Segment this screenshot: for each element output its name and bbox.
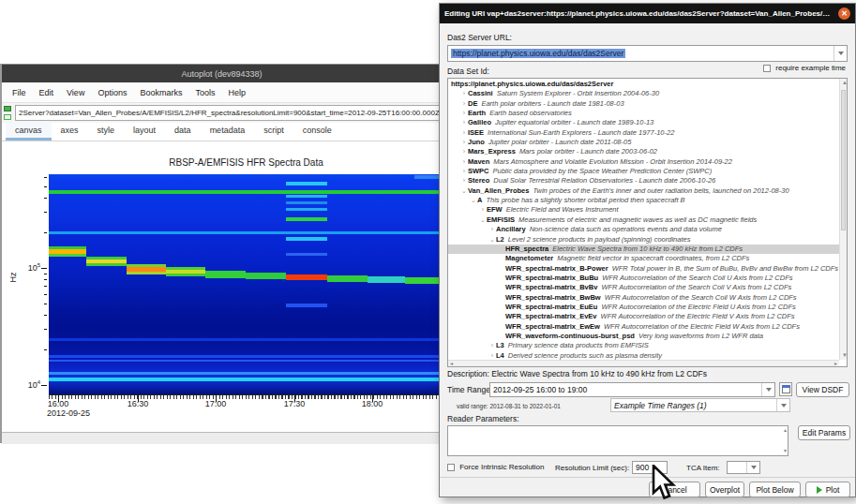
menu-tools[interactable]: Tools <box>188 88 221 97</box>
menu-file[interactable]: File <box>6 88 33 97</box>
chevron-down-icon[interactable] <box>833 46 847 61</box>
tree-row[interactable]: ›Mars_ExpressMars polar orbiter - Launch… <box>448 147 839 156</box>
collapsed-icon[interactable]: › <box>479 205 487 215</box>
tca-item-combo[interactable] <box>727 461 760 474</box>
menu-options[interactable]: Options <box>91 88 133 97</box>
collapsed-icon[interactable]: › <box>460 99 468 109</box>
tree-row[interactable]: ›MavenMars Atmosphere and Volatile Evolu… <box>448 157 839 167</box>
tree-row[interactable]: HFR_spectraElectric Wave Spectra from 10… <box>448 245 839 254</box>
tree-row[interactable]: ›CassiniSaturn System Explorer - Orbit I… <box>448 89 839 98</box>
tree-row[interactable]: ›AncillaryNon-science data such as opera… <box>448 225 839 234</box>
tree-row[interactable]: https://planet.physics.uiowa.edu/das/das… <box>448 80 839 89</box>
menu-help[interactable]: Help <box>221 88 252 97</box>
overplot-button[interactable]: Overplot <box>705 482 744 497</box>
spectrogram-plot[interactable] <box>49 174 442 394</box>
tab-metadata[interactable]: metadata <box>201 123 255 141</box>
tree-row[interactable]: WFR_spectral-matrix_BwBwWFR Autocorrelat… <box>448 293 839 303</box>
tree-row[interactable]: ⌄Van_Allen_ProbesTwin probes of the Eart… <box>448 186 839 196</box>
tree-row[interactable]: ›SWPCPublic data provided by the Space W… <box>448 167 839 176</box>
tab-layout[interactable]: layout <box>124 123 165 141</box>
collapsed-icon[interactable]: › <box>460 157 468 167</box>
plot-canvas[interactable]: RBSP-A/EMFISIS HFR Spectra Data Hz 105 1… <box>2 141 442 432</box>
tree-row[interactable]: ›JunoJupiter polar orbiter - Launch date… <box>448 138 839 147</box>
tab-style[interactable]: style <box>88 123 125 141</box>
tree-row[interactable]: ›EFWElectric Field and Waves Instrument <box>448 205 839 215</box>
collapsed-icon[interactable]: › <box>460 138 468 147</box>
tree-node-name: A <box>477 196 482 205</box>
force-intrinsic-resolution[interactable]: Force Intrinsic Resolution <box>447 463 545 471</box>
tree-node-name: EMFISIS <box>487 215 515 225</box>
collapsed-icon[interactable]: › <box>460 147 468 156</box>
edit-params-button[interactable]: Edit Params <box>798 425 850 440</box>
collapsed-icon[interactable]: › <box>460 89 468 98</box>
expanded-icon[interactable]: ⌄ <box>460 186 468 196</box>
menu-bookmarks[interactable]: Bookmarks <box>133 88 188 97</box>
collapsed-icon[interactable]: › <box>460 167 468 176</box>
tree-node-description: WFR Autocorrelation of the Search Coil V… <box>601 283 791 292</box>
tab-script[interactable]: script <box>254 123 293 141</box>
expanded-icon[interactable]: ⌄ <box>470 196 477 205</box>
tree-horizontal-scrollbar[interactable]: ◂ ▸ <box>448 360 839 366</box>
tree-node-description: Non-science data such as operations even… <box>530 225 722 234</box>
tree-row[interactable]: WFR_spectral-matrix_EuEuWFR Autocorrelat… <box>448 303 839 312</box>
force-intrinsic-checkbox[interactable] <box>447 464 455 471</box>
plot-button[interactable]: Plot <box>805 482 850 497</box>
collapsed-icon[interactable]: › <box>488 351 496 360</box>
collapsed-icon[interactable]: › <box>488 225 496 234</box>
chevron-down-icon[interactable] <box>776 399 789 411</box>
chevron-down-icon[interactable] <box>746 462 759 473</box>
expanded-icon[interactable]: ⌄ <box>488 235 496 245</box>
require-example-time[interactable]: require example time <box>763 64 846 72</box>
dialog-titlebar[interactable]: Editing URI vap+das2server:https://plane… <box>440 4 855 23</box>
tree-row[interactable]: ⌄EMFISISMeasurements of electric and mag… <box>448 215 839 225</box>
tree-row[interactable]: WFR_spectral-matrix_EvEvWFR Autocorrelat… <box>448 312 839 321</box>
dataset-tree[interactable]: https://planet.physics.uiowa.edu/das/das… <box>447 78 848 367</box>
tree-row[interactable]: WFR_spectral-matrix_BuBuWFR Autocorrelat… <box>448 274 839 283</box>
require-example-time-checkbox[interactable] <box>763 65 771 72</box>
collapsed-icon[interactable]: › <box>488 341 496 350</box>
tab-axes[interactable]: axes <box>52 123 88 141</box>
tree-row[interactable]: ›L3Primary science data products from EM… <box>448 341 839 350</box>
tab-data[interactable]: data <box>165 123 201 141</box>
collapsed-icon[interactable]: › <box>460 128 468 138</box>
autoplot-titlebar[interactable]: Autoplot (dev894338) <box>2 65 442 82</box>
chevron-down-icon[interactable] <box>761 383 774 396</box>
tab-canvas[interactable]: canvas <box>6 123 52 141</box>
tree-node-name: Van_Allen_Probes <box>468 186 529 196</box>
tree-row[interactable]: ⌄AThis probe has a slightly shorter orbi… <box>448 196 839 205</box>
tab-console[interactable]: console <box>293 123 341 141</box>
tree-row[interactable]: ›ISEEInternational Sun-Earth Explorers -… <box>448 128 839 138</box>
x-tick-mark <box>58 394 59 402</box>
collapsed-icon[interactable]: › <box>460 109 468 118</box>
tree-row[interactable]: WFR_spectral-matrix_BvBvWFR Autocorrelat… <box>448 283 839 292</box>
tree-row[interactable]: ⌄L2Level 2 science products in payload (… <box>448 235 839 245</box>
collapsed-icon[interactable]: › <box>460 118 468 127</box>
view-dsdf-button[interactable]: View DSDF <box>796 382 849 397</box>
tree-row[interactable]: ›GalileoJupiter equatorial orbiter - Lau… <box>448 118 839 127</box>
example-time-ranges-combo[interactable]: Example Time Ranges (1) <box>610 398 790 412</box>
menu-view[interactable]: View <box>60 88 91 97</box>
tree-vertical-scrollbar[interactable]: ▲ ▼ <box>839 79 847 360</box>
tree-row[interactable]: ›DEEarth polar orbiters - Launch date 19… <box>448 99 839 109</box>
tree-row[interactable]: MagnetometerMagnetic field vector in spa… <box>448 254 839 263</box>
tree-node-description: Magnetic field vector in spacecraft coor… <box>557 254 749 263</box>
server-url-combo[interactable]: https://planet.physics.uiowa.edu/das/das… <box>447 45 848 62</box>
tree-row[interactable]: ›L4Derived science products such as plas… <box>448 351 839 360</box>
tree-row[interactable]: WFR_waveform-continuous-burst_psdVery lo… <box>448 332 839 341</box>
menu-edit[interactable]: Edit <box>33 88 61 97</box>
close-icon[interactable]: ✕ <box>838 7 850 20</box>
plot-below-button[interactable]: Plot Below <box>749 482 801 497</box>
tree-row[interactable]: ›StereoDual Solar Terrestrial Relation O… <box>448 176 839 185</box>
time-range-field[interactable]: 2012-09-25 16:00 to 19:00 <box>489 382 775 397</box>
tree-row[interactable]: WFR_spectral-matrix_EwEwWFR Autocorrelat… <box>448 322 839 332</box>
calendar-button[interactable] <box>779 382 792 396</box>
tree-row[interactable]: WFR_spectral-matrix_B-PowerWFR Total pow… <box>448 264 839 274</box>
reader-parameters-textarea[interactable]: ▴ ▾ <box>447 425 788 456</box>
y-tick-1e5: 105 <box>28 262 40 273</box>
y-tick-minor <box>44 315 47 316</box>
expanded-icon[interactable]: ⌄ <box>479 215 487 225</box>
collapsed-icon[interactable]: › <box>460 176 468 185</box>
uri-address-field[interactable]: 2Server?dataset=Van_Allen_Probes/A/EMFIS… <box>15 105 442 121</box>
spectrogram-feature <box>49 372 442 375</box>
tree-row[interactable]: ›EarthEarth based observatories <box>448 109 839 118</box>
